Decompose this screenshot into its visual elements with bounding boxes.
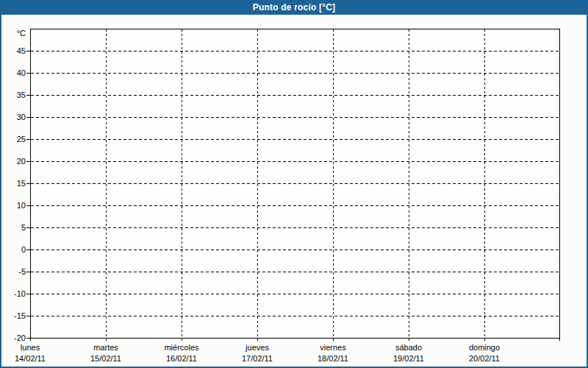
- y-axis-tick: [26, 316, 30, 316]
- x-date-label: 15/02/11: [68, 353, 143, 364]
- y-axis-tick: [26, 117, 30, 118]
- x-day-label: martes: [68, 342, 143, 353]
- chart-window: Punto de rocío [°C] °C 45403530252015105…: [0, 0, 588, 368]
- x-date-label: 18/02/11: [295, 353, 370, 364]
- x-day-label: viernes: [295, 342, 370, 353]
- y-tick-label: 20: [0, 156, 26, 166]
- y-axis-tick: [26, 272, 30, 272]
- x-day-label: domingo: [447, 342, 522, 353]
- gridline-horizontal: [31, 294, 559, 294]
- x-axis-label: jueves17/02/11: [220, 342, 295, 364]
- x-axis-label: sábado19/02/11: [371, 342, 446, 364]
- gridline-horizontal: [31, 316, 559, 316]
- gridline-horizontal: [31, 117, 559, 118]
- x-date-label: 17/02/11: [220, 353, 295, 364]
- x-axis-tick: [409, 339, 409, 341]
- x-axis-tick: [257, 339, 258, 341]
- x-axis-tick: [559, 339, 560, 341]
- y-tick-label: 0: [0, 244, 26, 255]
- chart-layer: °C 454035302520151050-5-10-15-20lunes14/…: [0, 0, 588, 368]
- y-tick-label: 10: [0, 200, 26, 210]
- x-day-label: lunes: [0, 342, 68, 353]
- x-axis-label: lunes14/02/11: [0, 342, 68, 364]
- gridline-horizontal: [31, 250, 559, 250]
- gridline-horizontal: [31, 205, 559, 206]
- y-axis-tick: [26, 161, 30, 162]
- gridline-vertical: [409, 29, 409, 338]
- y-tick-label: 35: [0, 90, 26, 100]
- y-axis-tick: [26, 139, 30, 140]
- x-axis-tick: [106, 339, 107, 341]
- x-day-label: jueves: [220, 342, 295, 353]
- gridline-horizontal: [31, 227, 559, 228]
- y-tick-label: 25: [0, 134, 26, 144]
- gridline-horizontal: [31, 51, 559, 52]
- x-axis-tick: [484, 339, 485, 341]
- y-axis-unit-label: °C: [0, 28, 26, 38]
- x-date-label: 14/02/11: [0, 353, 68, 364]
- x-axis-tick: [333, 339, 334, 341]
- gridline-vertical: [106, 29, 107, 338]
- x-axis-tick: [30, 339, 31, 341]
- x-axis-label: domingo20/02/11: [447, 342, 522, 364]
- gridline-horizontal: [31, 183, 559, 184]
- x-day-label: sábado: [371, 342, 446, 353]
- y-axis-tick: [26, 205, 30, 206]
- y-axis-tick: [26, 95, 30, 96]
- gridline-vertical: [182, 29, 182, 338]
- y-axis-tick: [26, 73, 30, 74]
- x-date-label: 16/02/11: [144, 353, 219, 364]
- gridline-vertical: [333, 29, 334, 338]
- y-axis-tick: [26, 294, 30, 294]
- x-axis-label: martes15/02/11: [68, 342, 143, 364]
- y-axis-tick: [26, 250, 30, 250]
- gridline-horizontal: [31, 161, 559, 162]
- y-tick-label: 30: [0, 112, 26, 122]
- y-tick-label: -5: [0, 266, 26, 277]
- y-axis-tick: [26, 51, 30, 52]
- gridline-horizontal: [31, 139, 559, 140]
- y-tick-label: 5: [0, 222, 26, 233]
- y-tick-label: -20: [0, 333, 26, 343]
- x-date-label: 20/02/11: [447, 353, 522, 364]
- y-tick-label: -15: [0, 311, 26, 321]
- y-tick-label: -10: [0, 289, 26, 299]
- y-axis-tick: [26, 183, 30, 184]
- y-tick-label: 15: [0, 178, 26, 188]
- gridline-horizontal: [31, 73, 559, 74]
- y-axis-tick: [26, 227, 30, 228]
- gridline-vertical: [257, 29, 258, 338]
- x-date-label: 19/02/11: [371, 353, 446, 364]
- x-axis-label: miércoles16/02/11: [144, 342, 219, 364]
- x-day-label: miércoles: [144, 342, 219, 353]
- plot-area: [30, 29, 560, 339]
- x-axis-tick: [182, 339, 182, 341]
- gridline-horizontal: [31, 95, 559, 96]
- gridline-vertical: [484, 29, 485, 338]
- y-tick-label: 45: [0, 46, 26, 56]
- y-tick-label: 40: [0, 68, 26, 78]
- gridline-horizontal: [31, 272, 559, 272]
- x-axis-label: viernes18/02/11: [295, 342, 370, 364]
